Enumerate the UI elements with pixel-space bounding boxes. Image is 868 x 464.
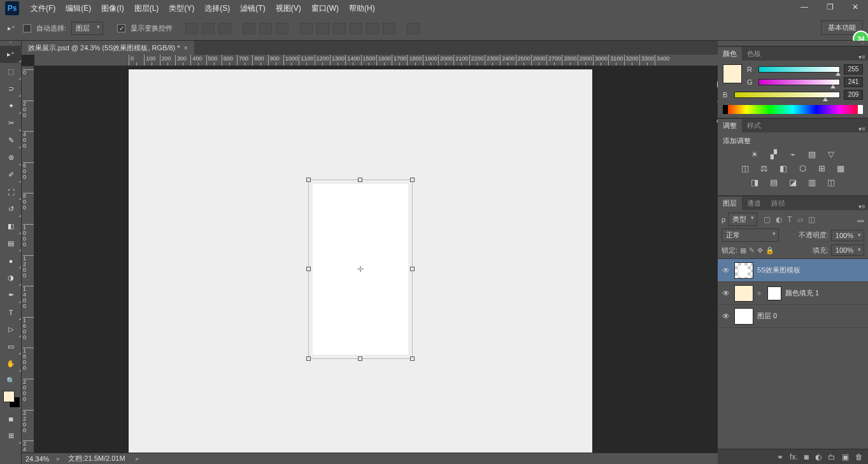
handle-ne[interactable]	[410, 178, 415, 182]
pen-tool[interactable]: ✒	[0, 286, 22, 304]
menu-file[interactable]: 文件(F)	[25, 1, 60, 16]
canvas-area[interactable]: ✢	[34, 66, 718, 453]
healing-tool[interactable]: ⊛	[0, 149, 22, 166]
doc-size[interactable]: 文档:21.5M/2.01M	[68, 454, 125, 463]
history-brush-tool[interactable]: ↺	[0, 200, 22, 218]
color-tab[interactable]: 颜色	[718, 47, 742, 60]
move-tool[interactable]: ▸⁺	[0, 46, 22, 63]
menu-window[interactable]: 窗口(W)	[306, 1, 344, 16]
gradient-tool[interactable]: ▤	[0, 235, 22, 252]
show-transform-checkbox[interactable]	[117, 24, 125, 32]
link-layers-icon[interactable]: ⚭	[777, 453, 783, 461]
align-icon[interactable]	[185, 23, 198, 34]
eyedropper-tool[interactable]: ✎	[0, 132, 22, 149]
posterize-icon[interactable]: ▤	[767, 178, 780, 188]
quickmask-tool[interactable]: ◙	[0, 410, 22, 427]
handle-e[interactable]	[410, 267, 415, 271]
auto-select-checkbox[interactable]	[23, 24, 31, 32]
paths-tab[interactable]: 路径	[766, 197, 790, 210]
visibility-icon[interactable]: 👁	[722, 266, 730, 275]
add-mask-icon[interactable]: ◙	[804, 453, 809, 461]
menu-help[interactable]: 帮助(H)	[344, 1, 380, 16]
distribute-icon[interactable]	[350, 23, 362, 34]
exposure-icon[interactable]: ▨	[806, 150, 818, 160]
layer-name[interactable]: 图层 0	[757, 311, 864, 321]
swatches-tab[interactable]: 色板	[742, 47, 766, 60]
dodge-tool[interactable]: ◑	[0, 269, 22, 286]
panel-menu-icon[interactable]: ▾≡	[858, 125, 865, 132]
eraser-tool[interactable]: ◧	[0, 218, 22, 235]
align-icon[interactable]	[276, 23, 288, 34]
r-slider[interactable]	[758, 66, 840, 73]
align-icon[interactable]	[243, 23, 255, 34]
ruler-vertical[interactable]: 0200400600800100012001400160018002000220…	[22, 66, 34, 453]
visibility-icon[interactable]: 👁	[722, 289, 730, 298]
filter-adjust-icon[interactable]: ◐	[776, 215, 782, 224]
layer-row[interactable]: 👁 ⎆ 颜色填充 1	[718, 282, 868, 305]
layer-row[interactable]: 👁 5S效果图模板	[718, 259, 868, 282]
spectrum-picker[interactable]	[723, 105, 863, 114]
styles-tab[interactable]: 样式	[742, 119, 766, 132]
hand-tool[interactable]: ✋	[0, 355, 22, 372]
ruler-horizontal[interactable]: 0100200300400500600700800900100011001200…	[34, 55, 718, 66]
filter-smart-icon[interactable]: ◫	[808, 215, 815, 224]
delete-layer-icon[interactable]: 🗑	[855, 453, 863, 461]
document-tab[interactable]: 效果展示.psd @ 24.3% (5S效果图模板, RGB/8) * ×	[22, 41, 194, 55]
channels-tab[interactable]: 通道	[742, 197, 766, 210]
crop-tool[interactable]: ✂	[0, 115, 22, 132]
filter-toggle[interactable]: ▬	[857, 216, 864, 223]
handle-w[interactable]	[306, 267, 311, 271]
lock-pixels-icon[interactable]: ▦	[740, 246, 746, 255]
auto-select-target[interactable]: 图层	[71, 22, 103, 35]
menu-filter[interactable]: 滤镜(T)	[235, 1, 270, 16]
marquee-tool[interactable]: ⬚	[0, 63, 22, 80]
tool-preset-icon[interactable]: ▸⁺	[5, 22, 18, 35]
rectangle-tool[interactable]: ▭	[0, 338, 22, 355]
g-slider[interactable]	[758, 79, 840, 85]
path-select-tool[interactable]: ▷	[0, 321, 22, 338]
lasso-tool[interactable]: ⊃	[0, 80, 22, 97]
lock-all-icon[interactable]: 🔒	[765, 246, 774, 255]
r-value[interactable]: 255	[844, 64, 863, 74]
distribute-icon[interactable]	[407, 23, 420, 34]
balance-icon[interactable]: ⚖	[758, 164, 771, 174]
adjustments-tab[interactable]: 调整	[718, 119, 742, 132]
filter-type-icon[interactable]: T	[787, 215, 792, 224]
magic-wand-tool[interactable]: ✦	[0, 97, 22, 115]
menu-view[interactable]: 视图(V)	[271, 1, 306, 16]
panel-menu-icon[interactable]: ▾≡	[858, 53, 865, 60]
curves-icon[interactable]: ⌁	[786, 150, 799, 160]
lookup-icon[interactable]: ▦	[834, 164, 847, 174]
layer-thumb[interactable]	[734, 262, 753, 279]
layer-fx-icon[interactable]: fx.	[790, 453, 798, 461]
toolbox-expand[interactable]: »	[0, 41, 21, 46]
bw-icon[interactable]: ◧	[777, 164, 790, 174]
invert-icon[interactable]: ◨	[748, 178, 761, 188]
distribute-icon[interactable]	[383, 23, 395, 34]
zoom-tool[interactable]: 🔍	[0, 372, 22, 390]
transform-box[interactable]: ✢	[308, 179, 413, 359]
threshold-icon[interactable]: ◪	[786, 178, 799, 188]
lock-move-icon[interactable]: ✥	[757, 246, 763, 255]
hue-icon[interactable]: ◫	[739, 164, 751, 174]
handle-se[interactable]	[410, 356, 415, 361]
layer-name[interactable]: 颜色填充 1	[785, 288, 864, 298]
fill-value[interactable]: 100%	[831, 244, 864, 256]
new-group-icon[interactable]: 🗀	[828, 453, 836, 461]
menu-type[interactable]: 类型(Y)	[164, 1, 199, 16]
levels-icon[interactable]: ▞	[767, 150, 780, 160]
handle-n[interactable]	[358, 178, 362, 182]
foreground-swatch[interactable]	[3, 391, 15, 402]
align-icon[interactable]	[202, 23, 215, 34]
color-swatches[interactable]	[0, 390, 21, 410]
close-button[interactable]: ✕	[846, 1, 864, 13]
handle-s[interactable]	[358, 356, 362, 361]
layer-filter-kind[interactable]: 类型	[728, 213, 757, 226]
g-value[interactable]: 241	[844, 77, 863, 87]
layer-row[interactable]: 👁 图层 0	[718, 305, 868, 328]
menu-select[interactable]: 选择(S)	[199, 1, 235, 16]
b-slider[interactable]	[734, 92, 840, 98]
blur-tool[interactable]: ●	[0, 252, 22, 269]
distribute-icon[interactable]	[300, 23, 313, 34]
visibility-icon[interactable]: 👁	[722, 312, 730, 321]
